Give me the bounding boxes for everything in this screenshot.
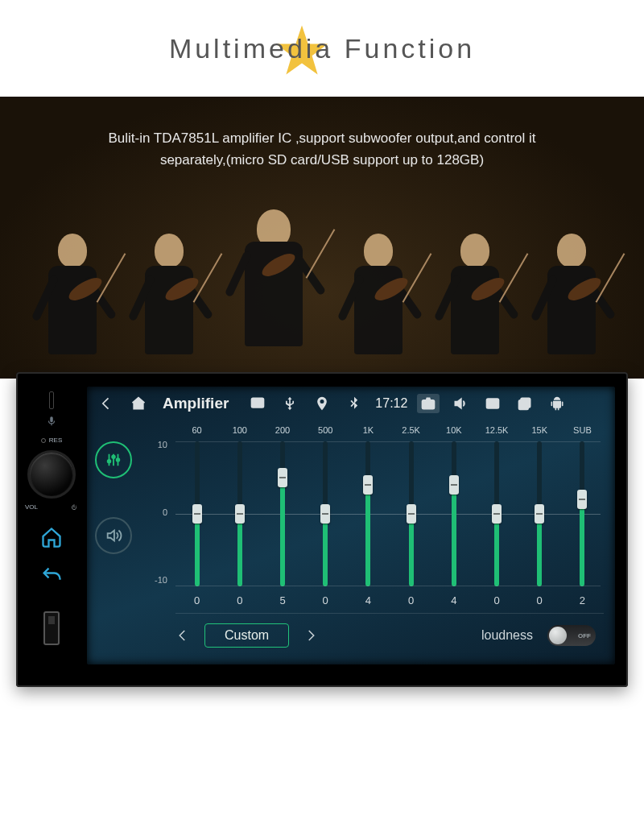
hero-description: Bulit-in TDA7851L amplifier IC ,support … bbox=[0, 97, 644, 171]
eq-sliders bbox=[140, 441, 604, 586]
freq-label: SUB bbox=[561, 425, 604, 435]
eq-value: 0 bbox=[304, 594, 347, 606]
toggle-knob bbox=[549, 627, 567, 644]
eq-value: 4 bbox=[432, 594, 475, 606]
hero-line-2: separately,(micro SD card/USB support up… bbox=[48, 149, 596, 171]
svg-point-7 bbox=[108, 460, 111, 463]
preset-button[interactable]: Custom bbox=[204, 623, 289, 648]
loudness-toggle[interactable]: OFF bbox=[547, 625, 596, 646]
reset-label: RES bbox=[41, 437, 62, 444]
hardware-left-panel: RES VOL bbox=[16, 387, 87, 664]
eq-value: 0 bbox=[475, 594, 518, 606]
eq-value: 4 bbox=[347, 594, 390, 606]
bluetooth-icon[interactable] bbox=[343, 394, 365, 413]
eq-slider[interactable] bbox=[561, 441, 604, 586]
eq-value: 0 bbox=[175, 594, 218, 606]
eq-slider[interactable] bbox=[475, 441, 518, 586]
svg-point-9 bbox=[117, 458, 120, 462]
toggle-state: OFF bbox=[578, 632, 591, 640]
eq-slider[interactable] bbox=[218, 441, 261, 586]
eq-value: 5 bbox=[261, 594, 303, 606]
eq-slider[interactable] bbox=[304, 441, 347, 586]
status-bar: Amplifier 17:12 bbox=[87, 387, 615, 420]
volume-icon[interactable] bbox=[449, 394, 472, 413]
hw-home-button[interactable] bbox=[40, 526, 63, 550]
freq-label: 10K bbox=[432, 425, 475, 435]
eq-value: 0 bbox=[518, 594, 561, 606]
page-title: Multimedia Function bbox=[169, 33, 475, 64]
location-icon[interactable] bbox=[311, 394, 333, 413]
eq-slider[interactable] bbox=[390, 441, 432, 586]
freq-label: 60 bbox=[175, 425, 218, 435]
freq-label: 1K bbox=[347, 425, 390, 435]
freq-label: 500 bbox=[304, 425, 347, 435]
usb-port bbox=[43, 611, 60, 645]
freq-label: 2.5K bbox=[390, 425, 432, 435]
hero-section: Bulit-in TDA7851L amplifier IC ,support … bbox=[0, 97, 644, 379]
frequency-labels: 601002005001K2.5K10K12.5K15KSUB bbox=[140, 425, 604, 435]
eq-slider[interactable] bbox=[518, 441, 561, 586]
preset-next-button[interactable] bbox=[303, 628, 318, 643]
equalizer-area: 601002005001K2.5K10K12.5K15KSUB 10 0 -10… bbox=[140, 420, 615, 664]
clock: 17:12 bbox=[375, 396, 407, 411]
hero-line-1: Bulit-in TDA7851L amplifier IC ,support … bbox=[48, 127, 596, 149]
close-icon[interactable] bbox=[481, 394, 504, 413]
mic-icon bbox=[46, 416, 57, 428]
recent-apps-icon[interactable] bbox=[514, 394, 536, 413]
preset-prev-button[interactable] bbox=[175, 628, 190, 643]
freq-label: 15K bbox=[518, 425, 561, 435]
hw-back-button[interactable] bbox=[40, 565, 63, 589]
power-icon[interactable] bbox=[70, 503, 78, 511]
eq-slider[interactable] bbox=[261, 441, 303, 586]
eq-value: 0 bbox=[218, 594, 261, 606]
eq-value: 0 bbox=[390, 594, 432, 606]
eq-values: 0050404002 bbox=[140, 594, 604, 606]
app-body: 601002005001K2.5K10K12.5K15KSUB 10 0 -10… bbox=[87, 420, 615, 664]
svg-rect-6 bbox=[519, 400, 529, 410]
equalizer-tab[interactable] bbox=[95, 441, 132, 478]
android-icon[interactable] bbox=[546, 394, 568, 413]
sound-tab[interactable] bbox=[95, 517, 132, 554]
vol-label: VOL bbox=[25, 503, 38, 511]
nav-home-button[interactable] bbox=[127, 394, 150, 413]
touchscreen: Amplifier 17:12 bbox=[87, 387, 615, 664]
image-icon[interactable] bbox=[246, 394, 269, 413]
loudness-label: loudness bbox=[481, 628, 533, 643]
freq-label: 12.5K bbox=[475, 425, 518, 435]
vol-power-row: VOL bbox=[25, 503, 78, 511]
app-title: Amplifier bbox=[163, 395, 229, 412]
device-bezel: RES VOL Amplifier 17: bbox=[16, 372, 628, 687]
preset-row: Custom loudness OFF bbox=[140, 614, 604, 648]
page-header: Multimedia Function bbox=[0, 0, 644, 97]
camera-icon[interactable] bbox=[417, 394, 440, 413]
freq-label: 100 bbox=[218, 425, 261, 435]
freq-label: 200 bbox=[261, 425, 303, 435]
volume-knob[interactable] bbox=[27, 450, 76, 499]
orchestra-illustration bbox=[0, 201, 644, 379]
svg-point-8 bbox=[112, 456, 115, 459]
page-bottom bbox=[0, 689, 644, 832]
head-unit: RES VOL Amplifier 17: bbox=[16, 372, 628, 687]
eq-slider[interactable] bbox=[432, 441, 475, 586]
eq-slider[interactable] bbox=[175, 441, 218, 586]
eq-value: 2 bbox=[561, 594, 604, 606]
sd-slot bbox=[49, 391, 54, 409]
app-sidebar bbox=[87, 420, 140, 664]
svg-point-3 bbox=[427, 402, 431, 406]
usb-icon[interactable] bbox=[279, 394, 301, 413]
eq-slider[interactable] bbox=[347, 441, 390, 586]
nav-back-button[interactable] bbox=[95, 394, 118, 413]
